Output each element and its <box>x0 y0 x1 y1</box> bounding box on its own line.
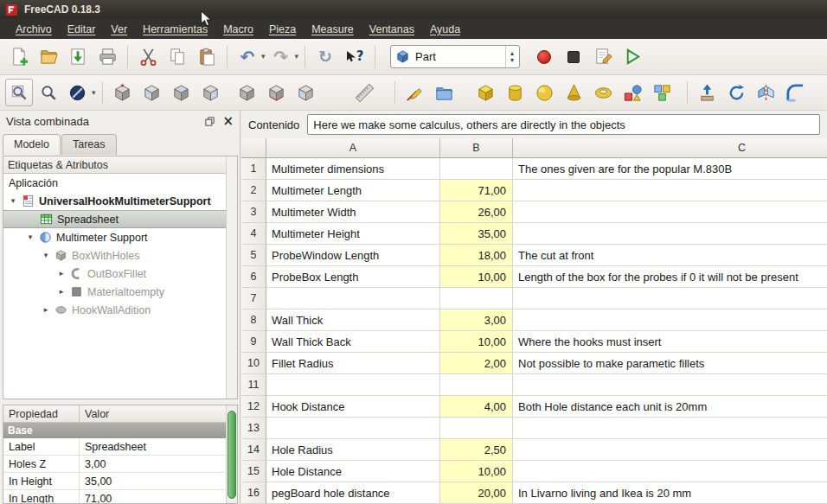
part-torus-button[interactable] <box>590 79 618 106</box>
cut-button[interactable] <box>134 43 162 71</box>
row-header[interactable]: 15 <box>241 461 266 482</box>
macro-stop-button[interactable] <box>560 43 587 71</box>
float-panel-icon[interactable] <box>204 116 215 127</box>
row-header[interactable]: 7 <box>241 288 266 309</box>
mirror-button[interactable] <box>753 79 780 106</box>
tree-item-out-box-fillet[interactable]: ▸ OutBoxFillet <box>3 265 237 283</box>
expander-closed-icon[interactable]: ▸ <box>42 306 50 314</box>
select-all-corner[interactable] <box>241 138 266 158</box>
cell-b[interactable]: 3,00 <box>440 309 513 331</box>
create-group-button[interactable] <box>431 79 458 106</box>
cell-a[interactable]: Fillet Radius <box>266 353 440 374</box>
shape-builder-button[interactable] <box>649 79 676 106</box>
cell-c[interactable]: Both Hole distance each unit is 20mm <box>513 396 827 418</box>
tab-tareas[interactable]: Tareas <box>61 134 117 155</box>
cell-b[interactable]: 4,00 <box>440 396 513 418</box>
tree-item-spreadsheet[interactable]: Spreadsheet <box>3 210 237 228</box>
part-box-button[interactable] <box>472 79 500 106</box>
part-primitives-button[interactable] <box>619 79 647 106</box>
row-header[interactable]: 1 <box>241 158 266 180</box>
property-row[interactable]: Holes Z 3,00 <box>3 456 226 473</box>
property-row[interactable]: Label Spreadsheet <box>3 438 226 456</box>
redo-dropdown[interactable]: ▾ <box>295 53 299 61</box>
close-panel-icon[interactable]: × <box>222 115 234 128</box>
cell-b[interactable]: 2,50 <box>440 439 513 461</box>
menu-macro[interactable]: Macro <box>216 21 260 38</box>
cell-b[interactable] <box>440 418 513 439</box>
row-header[interactable]: 6 <box>241 266 266 288</box>
cell-a[interactable]: ProbeWindow Length <box>266 245 440 266</box>
cell-b[interactable]: 2,00 <box>440 353 513 374</box>
cell-a[interactable]: Multimeter Height <box>266 223 440 245</box>
new-document-button[interactable] <box>5 43 33 71</box>
cell-c[interactable]: The cut at front <box>513 245 827 266</box>
expander-open-icon[interactable]: ▾ <box>42 252 50 259</box>
paste-button[interactable] <box>193 43 221 71</box>
row-header[interactable]: 9 <box>241 331 266 353</box>
cell-c[interactable] <box>513 201 827 223</box>
menu-measure[interactable]: Measure <box>305 21 361 38</box>
cell-a[interactable] <box>266 418 440 439</box>
tree-item-hook-wall-adition[interactable]: ▸ HookWallAdition <box>3 301 237 319</box>
undo-dropdown[interactable]: ▾ <box>261 53 266 61</box>
expander-closed-icon[interactable]: ▸ <box>57 270 66 278</box>
cell-b[interactable]: 71,00 <box>440 180 513 201</box>
tree-item-document[interactable]: ▾ UniversalHookMultimeterSupport <box>3 192 237 210</box>
part-sphere-button[interactable] <box>531 79 559 106</box>
copy-button[interactable] <box>163 43 191 71</box>
cell-c[interactable]: Length of the box for the probes if 0 it… <box>513 266 827 288</box>
refresh-button[interactable]: ↻ <box>311 43 339 71</box>
cell-a[interactable]: Multimeter Length <box>266 180 440 201</box>
cell-b[interactable]: 18,00 <box>440 245 513 266</box>
cell-a[interactable]: Multimeter Width <box>266 201 440 223</box>
property-row[interactable]: In Length 71,00 <box>3 490 226 504</box>
property-group-base[interactable]: Base <box>3 423 226 438</box>
workbench-selector[interactable]: Part ▴▾ <box>390 45 520 68</box>
tree-column-header[interactable]: Etiquetas & Atributos <box>3 156 237 174</box>
cell-content-input[interactable] <box>307 114 820 135</box>
property-value[interactable]: 35,00 <box>80 473 226 489</box>
tree-scrollbar[interactable] <box>226 156 237 399</box>
tree-item-box-with-holes[interactable]: ▾ BoxWithHoles <box>3 246 237 265</box>
row-header[interactable]: 10 <box>241 353 266 374</box>
view-right-button[interactable] <box>197 79 225 106</box>
cell-a[interactable] <box>266 374 440 396</box>
view-top-button[interactable] <box>168 79 196 106</box>
cell-c[interactable]: Not possible to make parametic fillets <box>513 353 827 374</box>
cell-c[interactable] <box>513 418 827 439</box>
property-value[interactable]: 3,00 <box>80 456 226 472</box>
cell-b[interactable] <box>440 288 513 309</box>
extrude-button[interactable] <box>694 79 721 106</box>
expander-closed-icon[interactable]: ▸ <box>57 288 66 296</box>
row-header[interactable]: 14 <box>241 439 266 461</box>
cell-c[interactable] <box>513 180 827 201</box>
cell-c[interactable] <box>513 309 827 331</box>
scrollbar-thumb[interactable] <box>228 411 236 499</box>
property-scrollbar[interactable] <box>226 405 237 503</box>
zoom-button[interactable] <box>35 79 62 106</box>
row-header[interactable]: 3 <box>241 201 266 223</box>
cell-c[interactable] <box>513 439 827 461</box>
view-front-button[interactable] <box>138 79 166 106</box>
cell-b[interactable]: 10,00 <box>440 331 513 353</box>
cell-a[interactable]: Wall Thick <box>266 309 440 331</box>
row-header[interactable]: 8 <box>241 309 266 331</box>
cell-b[interactable]: 26,00 <box>440 201 513 223</box>
property-col-name[interactable]: Propiedad <box>3 405 80 422</box>
tab-modelo[interactable]: Modelo <box>3 134 61 155</box>
row-header[interactable]: 4 <box>241 223 266 245</box>
cell-a[interactable]: Wall Thick Back <box>266 331 440 353</box>
undo-button[interactable]: ↶ <box>234 43 261 71</box>
cell-b[interactable]: 35,00 <box>440 223 513 245</box>
fillet-button[interactable] <box>782 79 810 106</box>
expander-open-icon[interactable]: ▾ <box>26 233 35 241</box>
view-bottom-button[interactable] <box>263 79 291 106</box>
cell-b[interactable] <box>440 158 513 180</box>
cell-c[interactable]: In Livarno living and Ikea is 20 mm <box>513 482 827 504</box>
draw-style-button[interactable] <box>64 79 92 106</box>
menu-archivo[interactable]: Archivo <box>9 21 59 38</box>
menu-editar[interactable]: Editar <box>61 21 103 38</box>
cell-c[interactable]: Where the hooks must insert <box>513 331 827 353</box>
column-header-c[interactable]: C <box>513 138 827 158</box>
view-isometric-button[interactable] <box>109 79 137 106</box>
